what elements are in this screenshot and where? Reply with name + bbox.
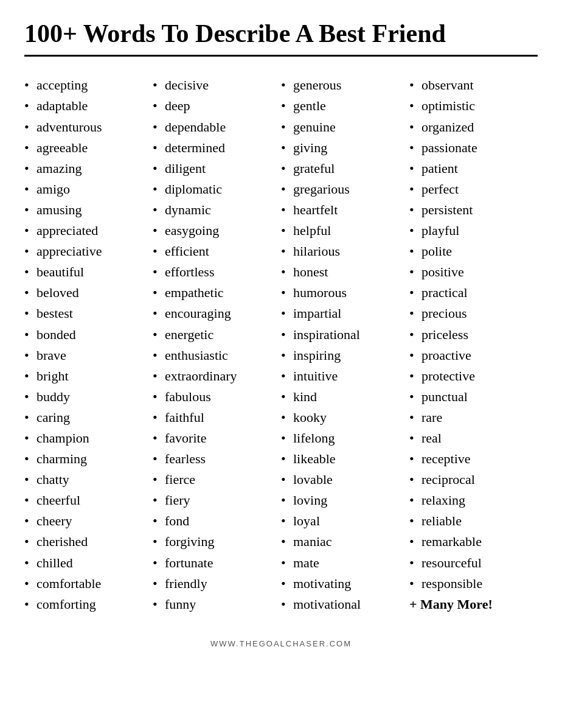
- list-item: empathetic: [153, 282, 281, 303]
- list-item: punctual: [409, 387, 538, 407]
- list-item: inspirational: [281, 324, 409, 345]
- list-item: extraordinary: [153, 366, 281, 387]
- list-item: reliable: [409, 511, 538, 531]
- list-item: bestest: [24, 303, 153, 324]
- list-item: beautiful: [24, 262, 153, 282]
- page-container: 100+ Words To Describe A Best Friend acc…: [0, 0, 562, 667]
- list-item: beloved: [24, 282, 153, 303]
- word-column-3: generousgentlegenuinegivinggratefulgrega…: [281, 75, 409, 614]
- list-item: protective: [409, 366, 538, 387]
- list-item: amusing: [24, 200, 153, 220]
- list-item: likeable: [281, 449, 409, 469]
- list-item: humorous: [281, 282, 409, 303]
- list-item: cherished: [24, 531, 153, 552]
- list-item: organized: [409, 117, 538, 138]
- list-item: dynamic: [153, 200, 281, 220]
- list-item: practical: [409, 282, 538, 303]
- list-item: rare: [409, 407, 538, 428]
- list-item: polite: [409, 241, 538, 262]
- list-item: cheery: [24, 511, 153, 531]
- list-item: fortunate: [153, 553, 281, 573]
- list-item: motivational: [281, 594, 409, 615]
- list-item: responsible: [409, 573, 538, 594]
- list-item: resourceful: [409, 553, 538, 573]
- list-item: caring: [24, 407, 153, 428]
- list-item: dependable: [153, 117, 281, 138]
- list-item: playful: [409, 220, 538, 241]
- list-item: priceless: [409, 324, 538, 345]
- list-item: enthusiastic: [153, 345, 281, 366]
- list-item: relaxing: [409, 490, 538, 511]
- list-item: hilarious: [281, 241, 409, 262]
- list-item: buddy: [24, 387, 153, 407]
- list-item: persistent: [409, 200, 538, 220]
- list-item: faithful: [153, 407, 281, 428]
- list-item: heartfelt: [281, 200, 409, 220]
- list-item: bonded: [24, 324, 153, 345]
- list-item: efficient: [153, 241, 281, 262]
- list-item: receptive: [409, 449, 538, 469]
- list-item: gregarious: [281, 179, 409, 200]
- list-item: adventurous: [24, 117, 153, 138]
- word-column-1: acceptingadaptableadventurousagreeableam…: [24, 75, 153, 614]
- list-item: patient: [409, 158, 538, 179]
- list-item: comfortable: [24, 573, 153, 594]
- list-item: mate: [281, 553, 409, 573]
- list-item: optimistic: [409, 96, 538, 116]
- list-item: maniac: [281, 531, 409, 552]
- list-item: chilled: [24, 553, 153, 573]
- list-item: gentle: [281, 96, 409, 116]
- list-item: fabulous: [153, 387, 281, 407]
- footer-website: WWW.THEGOALCHASER.COM: [24, 633, 538, 654]
- word-column-2: decisivedeepdependabledetermineddiligent…: [153, 75, 281, 614]
- list-item: generous: [281, 75, 409, 96]
- list-item: genuine: [281, 117, 409, 138]
- columns-container: acceptingadaptableadventurousagreeableam…: [24, 75, 538, 614]
- list-item: inspiring: [281, 345, 409, 366]
- list-item: chatty: [24, 469, 153, 490]
- list-item: fond: [153, 511, 281, 531]
- list-item: lovable: [281, 469, 409, 490]
- list-item: reciprocal: [409, 469, 538, 490]
- list-item: bright: [24, 366, 153, 387]
- list-item: appreciative: [24, 241, 153, 262]
- list-item: kooky: [281, 407, 409, 428]
- list-item: loyal: [281, 511, 409, 531]
- list-item: proactive: [409, 345, 538, 366]
- list-item: friendly: [153, 573, 281, 594]
- list-item: easygoing: [153, 220, 281, 241]
- list-item-extra: + Many More!: [409, 594, 538, 615]
- list-item: remarkable: [409, 531, 538, 552]
- list-item: positive: [409, 262, 538, 282]
- list-item: loving: [281, 490, 409, 511]
- list-item: diplomatic: [153, 179, 281, 200]
- list-item: observant: [409, 75, 538, 96]
- list-item: lifelong: [281, 428, 409, 449]
- list-item: diligent: [153, 158, 281, 179]
- list-item: honest: [281, 262, 409, 282]
- page-title: 100+ Words To Describe A Best Friend: [24, 18, 538, 57]
- list-item: determined: [153, 138, 281, 158]
- list-item: fearless: [153, 449, 281, 469]
- list-item: fiery: [153, 490, 281, 511]
- list-item: agreeable: [24, 138, 153, 158]
- list-item: helpful: [281, 220, 409, 241]
- list-item: passionate: [409, 138, 538, 158]
- list-item: comforting: [24, 594, 153, 615]
- list-item: precious: [409, 303, 538, 324]
- list-item: deep: [153, 96, 281, 116]
- list-item: motivating: [281, 573, 409, 594]
- list-item: cheerful: [24, 490, 153, 511]
- list-item: funny: [153, 594, 281, 615]
- list-item: effortless: [153, 262, 281, 282]
- list-item: favorite: [153, 428, 281, 449]
- list-item: grateful: [281, 158, 409, 179]
- list-item: forgiving: [153, 531, 281, 552]
- list-item: accepting: [24, 75, 153, 96]
- list-item: brave: [24, 345, 153, 366]
- list-item: encouraging: [153, 303, 281, 324]
- list-item: impartial: [281, 303, 409, 324]
- list-item: real: [409, 428, 538, 449]
- list-item: giving: [281, 138, 409, 158]
- list-item: energetic: [153, 324, 281, 345]
